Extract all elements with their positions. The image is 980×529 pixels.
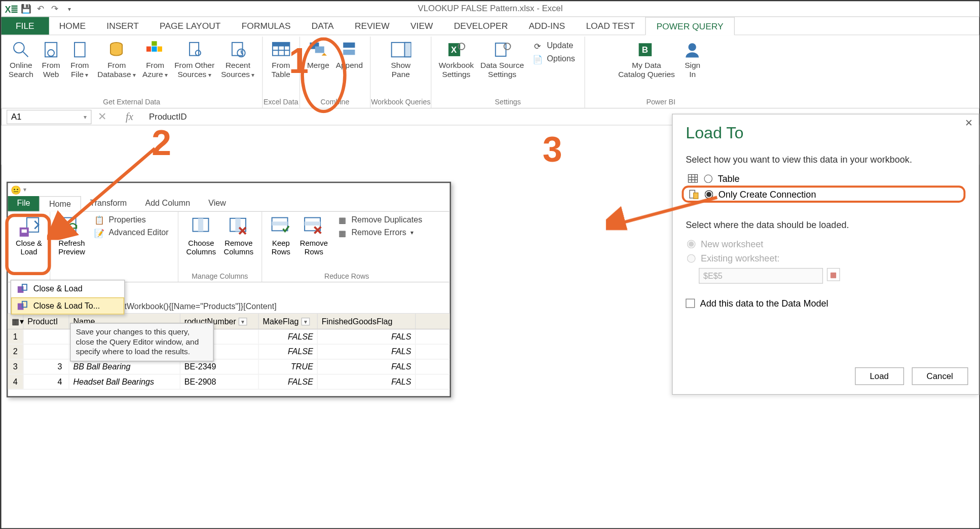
menu-close-and-load[interactable]: Close & Load (11, 280, 124, 297)
svg-rect-61 (694, 193, 698, 199)
recent-sources-button[interactable]: Recent Sources (218, 38, 258, 81)
tab-load-test[interactable]: LOAD TEST (576, 17, 646, 35)
qe-app-icon: 😐 (11, 184, 21, 194)
qe-tab-home[interactable]: Home (40, 196, 81, 212)
remove-duplicates-button[interactable]: ▦Remove Duplicates (337, 214, 422, 225)
remove-columns-icon (228, 216, 250, 238)
svg-rect-55 (688, 174, 697, 182)
tab-formulas[interactable]: FORMULAS (231, 17, 301, 35)
cell-name: BB Ball Bearing (69, 360, 180, 374)
qe-col-finishedgoodsflag[interactable]: FinishedGoodsFlag (318, 314, 416, 329)
svg-rect-42 (235, 218, 240, 232)
option-table[interactable]: Table (686, 171, 965, 185)
formula-cancel-icon[interactable]: ✕ (95, 110, 108, 123)
qat-customize-icon[interactable]: ▾ (63, 3, 76, 15)
from-database-button[interactable]: From Database (94, 38, 139, 81)
from-azure-button[interactable]: From Azure (139, 38, 171, 81)
tab-home[interactable]: HOME (49, 17, 96, 35)
group-settings: X Workbook Settings Data Source Settings… (432, 36, 585, 108)
row-number: 3 (8, 360, 23, 374)
close-load-to-tooltip: Save your changes to this query, close t… (70, 323, 214, 361)
refresh-preview-button[interactable]: Refresh Preview (54, 213, 89, 258)
fx-icon[interactable]: fx (122, 111, 137, 123)
qe-tab-view[interactable]: View (199, 196, 235, 211)
table-row[interactable]: 44Headset Ball BearingsBE-2908FALSEFALS (8, 374, 449, 390)
close-icon[interactable]: ✕ (965, 117, 973, 129)
excel-icon: X≣ (5, 3, 18, 15)
remove-errors-button[interactable]: ▦Remove Errors ▾ (337, 228, 422, 238)
tab-page-layout[interactable]: PAGE LAYOUT (149, 17, 231, 35)
group-power-bi: B My Data Catalog Queries Sign In Power … (611, 36, 711, 108)
remove-columns-button[interactable]: Remove Columns (220, 213, 257, 258)
from-other-sources-button[interactable]: From Other Sources (171, 38, 218, 81)
svg-rect-4 (74, 43, 85, 57)
options-button[interactable]: 📄Options (533, 54, 575, 64)
qe-col-productid[interactable]: ProductI (23, 314, 69, 329)
tab-developer[interactable]: DEVELOPER (443, 17, 518, 35)
tab-insert[interactable]: INSERT (96, 17, 149, 35)
add-to-data-model-row[interactable]: Add this data to the Data Model (686, 298, 965, 309)
close-load-dropdown: Close & Load Close & Load To... (11, 280, 125, 315)
tab-addins[interactable]: ADD-INS (518, 17, 576, 35)
svg-rect-9 (158, 47, 162, 52)
cell-productid: 4 (23, 374, 69, 389)
svg-rect-7 (152, 41, 157, 46)
annotation-number-3: 3 (543, 129, 562, 169)
choose-columns-button[interactable]: Choose Columns (182, 213, 220, 258)
svg-text:B: B (642, 45, 648, 55)
radio-only-create-connection[interactable] (705, 190, 713, 199)
cancel-button[interactable]: Cancel (912, 367, 968, 385)
existing-worksheet-ref-input (699, 268, 823, 284)
qe-qat-dropdown-icon[interactable]: ▾ (23, 186, 26, 193)
cell-makeflag: FALSE (259, 374, 318, 389)
tab-file[interactable]: FILE (2, 17, 49, 35)
qe-tab-transform[interactable]: Transform (81, 196, 136, 211)
data-source-settings-button[interactable]: Data Source Settings (477, 38, 527, 81)
properties-button[interactable]: 📋Properties (94, 214, 169, 225)
data-source-settings-icon (492, 39, 512, 60)
tab-review[interactable]: REVIEW (344, 17, 400, 35)
undo-icon[interactable]: ↶ (34, 3, 47, 15)
close-load-to-small-icon (16, 300, 28, 312)
tab-view[interactable]: VIEW (400, 17, 443, 35)
tab-power-query[interactable]: POWER QUERY (645, 17, 734, 35)
radio-new-worksheet (687, 240, 696, 248)
cell-productid (23, 345, 69, 359)
sign-in-button[interactable]: Sign In (678, 38, 707, 81)
online-search-button[interactable]: Online Search (5, 38, 36, 81)
name-box[interactable]: A1▾ (7, 109, 92, 124)
menu-close-and-load-to[interactable]: Close & Load To... (11, 297, 124, 315)
checkbox-add-to-data-model[interactable] (686, 299, 695, 308)
option-only-create-connection[interactable]: Only Create Connection (682, 185, 965, 203)
qe-tab-file[interactable]: File (8, 196, 39, 211)
load-button[interactable]: Load (855, 367, 904, 385)
qe-corner-cell[interactable]: ▦▾ (8, 314, 23, 329)
radio-table[interactable] (704, 174, 712, 183)
keep-rows-icon (270, 216, 292, 238)
cell-finishedgoodsflag: FALS (318, 360, 416, 374)
redo-icon[interactable]: ↷ (48, 3, 61, 15)
table-row[interactable]: 33BB Ball BearingBE-2349TRUEFALS (8, 360, 449, 375)
my-data-catalog-button[interactable]: B My Data Catalog Queries (615, 38, 678, 81)
qe-col-makeflag[interactable]: MakeFlag ▾ (259, 314, 318, 329)
workbook-settings-button[interactable]: X Workbook Settings (435, 38, 477, 81)
row-number: 2 (8, 345, 23, 359)
save-icon[interactable]: 💾 (20, 3, 33, 15)
group-workbook-queries: Show Pane Workbook Queries (371, 36, 432, 108)
remove-rows-button[interactable]: Remove Rows (296, 213, 332, 258)
tab-data[interactable]: DATA (301, 17, 344, 35)
qe-tab-add-column[interactable]: Add Column (136, 196, 199, 211)
web-icon (41, 39, 61, 60)
refresh-icon (61, 216, 83, 238)
annotation-rect-2 (5, 214, 51, 275)
update-button[interactable]: ⟳Update (533, 41, 575, 51)
keep-rows-button[interactable]: Keep Rows (266, 213, 296, 258)
qe-group-reduce-rows: Keep Rows Remove Rows ▦Remove Duplicates… (262, 212, 431, 282)
show-pane-button[interactable]: Show Pane (374, 38, 427, 81)
from-file-button[interactable]: From File (65, 38, 94, 81)
advanced-editor-button[interactable]: 📝Advanced Editor (94, 228, 169, 238)
properties-icon: 📋 (94, 214, 105, 225)
from-web-button[interactable]: From Web (36, 38, 65, 81)
remove-duplicates-icon: ▦ (337, 214, 348, 225)
load-to-prompt-where: Select where the data should be loaded. (686, 219, 965, 230)
